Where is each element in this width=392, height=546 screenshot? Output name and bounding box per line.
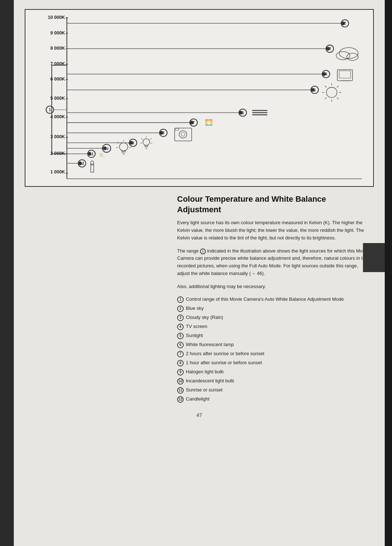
legend-num-circle: 5 xyxy=(177,333,184,339)
svg-rect-43 xyxy=(337,70,352,81)
svg-text:3 000K: 3 000K xyxy=(50,135,65,140)
svg-point-83 xyxy=(143,139,150,145)
svg-text:2: 2 xyxy=(344,22,346,26)
legend-num-circle: 8 xyxy=(177,360,184,366)
svg-line-57 xyxy=(337,86,338,87)
legend-item: 10Incandescent light bulb xyxy=(177,378,370,385)
svg-text:10: 10 xyxy=(105,147,108,151)
dark-rect-top xyxy=(363,243,385,272)
legend-num-circle: 4 xyxy=(177,324,184,330)
svg-line-58 xyxy=(325,98,326,99)
section-title: Colour Temperature and White Balance Adj… xyxy=(177,194,370,215)
legend-num-circle: 10 xyxy=(177,378,184,385)
svg-text:11: 11 xyxy=(89,152,94,156)
svg-text:6: 6 xyxy=(242,111,244,115)
legend-num-circle: 3 xyxy=(177,315,184,321)
legend-num-circle: 7 xyxy=(177,351,184,357)
svg-line-56 xyxy=(337,98,338,99)
legend-item: 2Blue sky xyxy=(177,305,370,312)
svg-text:6 000K: 6 000K xyxy=(50,77,65,82)
chart-svg: 10 000K 9 000K 8 000K 7 000K 6 000K 5 00… xyxy=(29,13,369,182)
section-body-2: The range 1 indicated in the illustratio… xyxy=(177,247,370,278)
legend-item: 72 hours after sunrise or before sunset xyxy=(177,350,370,357)
ref-circle-1: 1 xyxy=(200,249,206,254)
svg-point-96 xyxy=(119,143,128,151)
legend-item: 12Candlelight xyxy=(177,396,370,403)
svg-text:🌅: 🌅 xyxy=(205,119,213,126)
svg-text:9: 9 xyxy=(132,141,134,145)
svg-rect-44 xyxy=(339,71,351,78)
legend-item: 1Control range of this Movie Camera's Au… xyxy=(177,296,370,303)
svg-rect-75 xyxy=(175,128,192,141)
svg-text:1: 1 xyxy=(49,108,51,112)
svg-text:12: 12 xyxy=(80,162,84,166)
legend-item-text: Blue sky xyxy=(186,305,204,312)
svg-text:8 000K: 8 000K xyxy=(50,46,65,51)
legend-item-text: TV screen xyxy=(186,323,207,330)
legend-item-text: Sunlight xyxy=(186,332,203,339)
svg-text:9 000K: 9 000K xyxy=(50,30,65,36)
svg-point-76 xyxy=(179,131,187,138)
legend-item-text: Candlelight xyxy=(186,396,209,402)
svg-line-88 xyxy=(150,138,152,139)
svg-text:4: 4 xyxy=(325,72,327,76)
legend-item-text: Incandescent light bulb xyxy=(186,378,234,384)
text-section: Colour Temperature and White Balance Adj… xyxy=(177,194,377,403)
left-strip xyxy=(0,0,14,546)
page-container: 10 000K 9 000K 8 000K 7 000K 6 000K 5 00… xyxy=(0,0,392,546)
svg-point-115 xyxy=(91,161,94,165)
svg-text:1 000K: 1 000K xyxy=(50,169,65,175)
legend-item: 81 hour after sunrise or before sunset xyxy=(177,360,370,366)
legend-item-text: 1 hour after sunrise or before sunset xyxy=(186,360,262,366)
legend-num-circle: 9 xyxy=(177,369,184,375)
svg-text:⛅: ⛅ xyxy=(99,152,105,158)
svg-point-38 xyxy=(347,53,358,60)
svg-text:4 000K: 4 000K xyxy=(50,114,65,119)
svg-text:3: 3 xyxy=(329,47,331,51)
legend-item: 4TV screen xyxy=(177,323,370,330)
section-body-1: Every light source has its own colour te… xyxy=(177,219,370,242)
legend-item-text: Control range of this Movie Camera's Aut… xyxy=(186,296,344,303)
legend-item: 3Cloudy sky (Rain) xyxy=(177,314,370,321)
legend-item-text: 2 hours after sunrise or before sunset xyxy=(186,350,264,357)
legend-item: 11Sunrise or sunset xyxy=(177,387,370,394)
legend-list: 1Control range of this Movie Camera's Au… xyxy=(177,296,370,403)
legend-item-text: White fluorescent lamp xyxy=(186,341,234,348)
legend-num-circle: 2 xyxy=(177,305,184,312)
svg-line-99 xyxy=(122,153,124,155)
svg-text:8: 8 xyxy=(162,131,164,135)
legend-num-circle: 1 xyxy=(177,296,184,303)
legend-item-text: Halogen light bulb xyxy=(186,369,224,375)
legend-item: 5Sunlight xyxy=(177,332,370,339)
page-number: 47 xyxy=(21,405,377,422)
svg-line-86 xyxy=(146,148,147,149)
legend-item: 9Halogen light bulb xyxy=(177,369,370,375)
svg-text:10 000K: 10 000K xyxy=(48,15,65,20)
svg-point-50 xyxy=(326,87,337,98)
svg-point-77 xyxy=(181,132,185,136)
svg-line-55 xyxy=(325,86,326,87)
legend-num-circle: 6 xyxy=(177,342,184,348)
svg-line-90 xyxy=(141,138,142,139)
main-content: 10 000K 9 000K 8 000K 7 000K 6 000K 5 00… xyxy=(14,0,385,425)
svg-text:7: 7 xyxy=(192,121,195,125)
legend-item-text: Cloudy sky (Rain) xyxy=(186,314,223,321)
legend-num-circle: 11 xyxy=(177,387,184,394)
svg-rect-78 xyxy=(175,128,179,130)
chart-container: 10 000K 9 000K 8 000K 7 000K 6 000K 5 00… xyxy=(25,9,374,187)
legend-item: 6White fluorescent lamp xyxy=(177,341,370,348)
section-body-3: Also, additional lighting may be necessa… xyxy=(177,283,370,291)
legend-num-circle: 12 xyxy=(177,396,184,403)
legend-item-text: Sunrise or sunset xyxy=(186,387,222,393)
svg-text:5: 5 xyxy=(314,88,316,92)
svg-text:5 000K: 5 000K xyxy=(50,96,65,101)
right-strip xyxy=(385,0,392,546)
